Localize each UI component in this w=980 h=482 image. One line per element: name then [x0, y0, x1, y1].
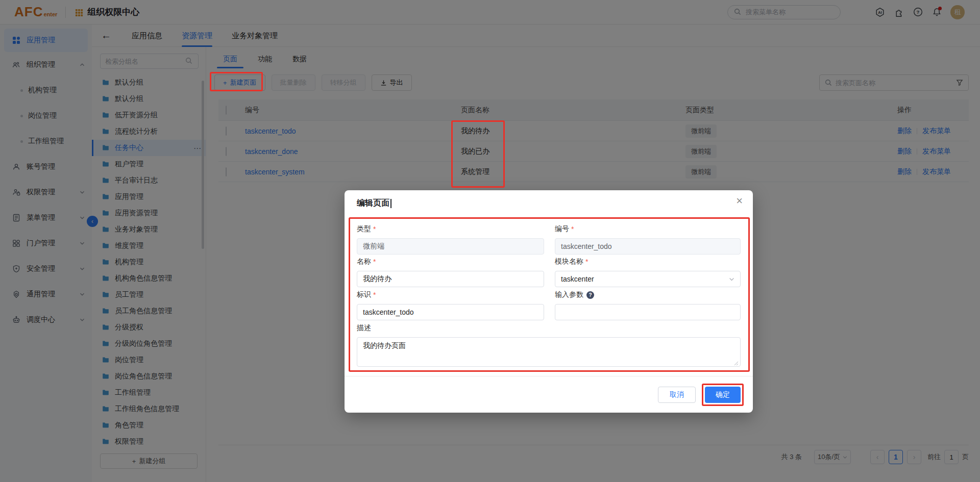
required-mark: * — [373, 258, 376, 266]
type-field[interactable] — [357, 238, 544, 255]
module-name-value: taskcenter — [561, 275, 594, 283]
ident-field[interactable] — [357, 304, 544, 320]
name-field[interactable] — [357, 271, 544, 287]
modal-footer-divider — [345, 376, 753, 376]
required-mark: * — [373, 225, 376, 233]
field-label-ident: 标识* — [357, 290, 376, 299]
edit-page-modal: 编辑页面 × 类型* 编号* 名称* 模块名称* taskcenter 标识* — [345, 190, 753, 413]
code-field[interactable] — [555, 238, 741, 255]
desc-field[interactable]: 我的待办页面 — [357, 337, 741, 367]
required-mark: * — [373, 291, 376, 299]
app-root: AFC enter 组织权限中心 AI ? — [0, 0, 980, 482]
field-label-module: 模块名称* — [555, 257, 588, 266]
module-name-select[interactable]: taskcenter — [555, 271, 741, 287]
modal-title: 编辑页面 — [357, 198, 391, 209]
field-label-params: 输入参数 ? — [555, 290, 594, 299]
cancel-button[interactable]: 取消 — [658, 387, 696, 403]
required-mark: * — [571, 225, 574, 233]
text-cursor — [390, 199, 391, 208]
field-label-code: 编号* — [555, 224, 574, 234]
chevron-down-icon — [729, 276, 734, 282]
params-field[interactable] — [555, 304, 741, 320]
help-icon[interactable]: ? — [586, 291, 594, 299]
field-label-type: 类型* — [357, 224, 376, 234]
field-label-desc: 描述 — [357, 323, 371, 333]
close-icon[interactable]: × — [736, 195, 743, 207]
required-mark: * — [585, 258, 588, 266]
field-label-name: 名称* — [357, 257, 376, 266]
confirm-button[interactable]: 确定 — [705, 387, 741, 403]
